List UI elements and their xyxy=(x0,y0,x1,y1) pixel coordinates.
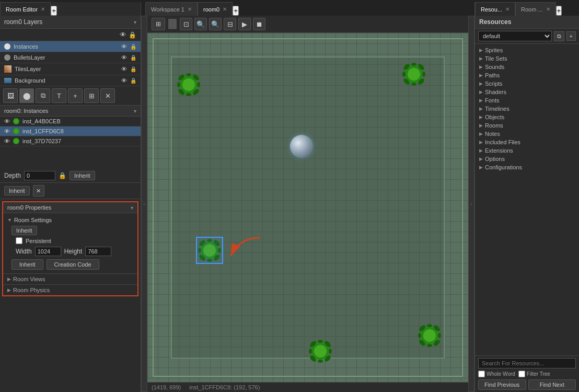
height-input[interactable] xyxy=(85,247,111,256)
background-eye-icon[interactable]: 👁 xyxy=(121,77,127,84)
find-next-button[interactable]: Find Next xyxy=(528,379,576,390)
tab-room0[interactable]: room0 ✕ xyxy=(198,2,233,16)
whole-word-checkbox[interactable] xyxy=(478,371,485,377)
resource-tilesets[interactable]: ▶ Tile Sets xyxy=(475,54,579,63)
room-physics-row[interactable]: ▶ Room Physics xyxy=(3,284,137,295)
tab-room-editor-close[interactable]: ✕ xyxy=(41,6,45,12)
tab-workspace1[interactable]: Workspace 1 ✕ xyxy=(145,2,198,16)
room-inherit2-button[interactable]: Inherit xyxy=(11,259,43,270)
tiles-eye-icon[interactable]: 👁 xyxy=(121,66,127,72)
resource-notes[interactable]: ▶ Notes xyxy=(475,130,579,138)
add-tiles-layer-button[interactable]: ⧉ xyxy=(36,88,50,103)
tiles-lock-icon[interactable]: 🔒 xyxy=(130,66,136,72)
resource-configurations[interactable]: ▶ Configurations xyxy=(475,163,579,171)
enemy-bottom-right[interactable] xyxy=(417,323,442,348)
player-ball[interactable] xyxy=(290,135,313,158)
width-input[interactable] xyxy=(35,247,61,256)
layer-item-bullets[interactable]: BulletsLayer 👁 🔒 xyxy=(0,52,141,63)
resource-rooms[interactable]: ▶ Rooms xyxy=(475,121,579,130)
layer-item-instances[interactable]: Instances 👁 🔒 xyxy=(0,41,141,52)
layer-item-tiles[interactable]: TilesLayer 👁 🔒 xyxy=(0,63,141,75)
instances-section-dropdown[interactable]: ▾ xyxy=(134,108,136,114)
props-dropdown[interactable]: ▾ xyxy=(131,205,133,211)
instance-item-0[interactable]: 👁 inst_A4B0CEB xyxy=(0,117,141,126)
tab-workspace1-close[interactable]: ✕ xyxy=(188,6,192,12)
copy-group-button[interactable]: ⧉ xyxy=(554,31,564,41)
resource-scripts[interactable]: ▶ Scripts xyxy=(475,79,579,88)
whole-word-option[interactable]: Whole Word xyxy=(478,371,515,377)
global-eye-icon[interactable]: 👁 xyxy=(120,31,126,39)
tab-room-editor[interactable]: Room Editor ✕ xyxy=(0,2,51,16)
instance-item-2[interactable]: 👁 inst_37D70237 xyxy=(0,136,141,146)
play-button[interactable]: ▶ xyxy=(238,18,251,30)
tab-resources-close[interactable]: ✕ xyxy=(505,6,509,12)
paths-arrow: ▶ xyxy=(479,73,483,78)
add-tab-left-button[interactable]: + xyxy=(51,6,57,16)
depth-input[interactable] xyxy=(24,171,55,180)
instance-1-eye[interactable]: 👁 xyxy=(4,128,10,134)
add-tab-right-button[interactable]: + xyxy=(556,6,562,16)
add-instances-layer-button[interactable]: ⬤ xyxy=(19,88,34,103)
enemy-top-right[interactable] xyxy=(401,62,426,87)
grid-view-button[interactable]: ⊞ xyxy=(152,18,165,30)
canvas-view[interactable] xyxy=(147,33,468,382)
inherit-depth-button[interactable]: Inherit xyxy=(70,171,95,180)
bullets-lock-icon[interactable]: 🔒 xyxy=(130,55,136,61)
global-lock-icon[interactable]: 🔒 xyxy=(129,31,136,39)
tab-room0-close[interactable]: ✕ xyxy=(223,6,227,12)
remove-button[interactable]: ✕ xyxy=(33,185,44,197)
resource-timelines[interactable]: ▶ Timelines xyxy=(475,105,579,113)
room-views-row[interactable]: ▶ Room Views xyxy=(3,273,137,284)
search-input[interactable] xyxy=(478,358,576,368)
zoom-in-button[interactable]: 🔍 xyxy=(194,18,207,30)
resource-sounds[interactable]: ▶ Sounds xyxy=(475,63,579,71)
inherit-button[interactable]: Inherit xyxy=(4,186,30,195)
find-previous-button[interactable]: Find Previous xyxy=(478,379,526,390)
resource-sprites[interactable]: ▶ Sprites xyxy=(475,46,579,54)
layers-dropdown-arrow[interactable]: ▾ xyxy=(134,19,136,25)
group-dropdown[interactable]: default xyxy=(478,31,552,41)
resource-extensions[interactable]: ▶ Extensions xyxy=(475,146,579,155)
filter-tree-option[interactable]: Filter Tree xyxy=(518,371,550,377)
resource-fonts[interactable]: ▶ Fonts xyxy=(475,96,579,105)
resource-paths[interactable]: ▶ Paths xyxy=(475,71,579,79)
layer-settings-button[interactable]: ⊞ xyxy=(84,88,99,103)
enemy-top-left[interactable] xyxy=(176,72,201,97)
instances-lock-icon[interactable]: 🔒 xyxy=(130,44,136,50)
enemy-bottom-center[interactable] xyxy=(308,339,333,364)
filter-tree-checkbox[interactable] xyxy=(518,371,525,377)
add-text-layer-button[interactable]: T xyxy=(52,88,66,103)
tab-room-properties[interactable]: Room ... ✕ xyxy=(515,2,556,16)
instance-0-eye[interactable]: 👁 xyxy=(4,118,10,124)
tab-room-editor-label: Room Editor xyxy=(6,6,38,13)
resource-included-files[interactable]: ▶ Included Files xyxy=(475,138,579,146)
zoom-reset-button[interactable]: ⊟ xyxy=(224,18,236,30)
instance-2-eye[interactable]: 👁 xyxy=(4,138,10,144)
props-room-settings-header[interactable]: ▼ Room Settings xyxy=(7,215,133,225)
resource-shaders[interactable]: ▶ Shaders xyxy=(475,88,579,96)
resource-options[interactable]: ▶ Options xyxy=(475,155,579,163)
instance-item-1[interactable]: 👁 inst_1CFFD6C8 xyxy=(0,126,141,136)
lock-depth-icon[interactable]: 🔒 xyxy=(59,172,66,179)
add-group-button[interactable]: + xyxy=(566,31,576,41)
collapse-left-arrow[interactable]: ‹ xyxy=(141,16,147,392)
resource-objects[interactable]: ▶ Objects xyxy=(475,113,579,121)
add-image-layer-button[interactable]: 🖼 xyxy=(3,88,18,103)
tab-room-properties-close[interactable]: ✕ xyxy=(546,6,550,12)
delete-layer-button[interactable]: ✕ xyxy=(100,88,115,103)
bullets-eye-icon[interactable]: 👁 xyxy=(121,54,127,61)
tab-resources[interactable]: Resou... ✕ xyxy=(475,2,515,16)
zoom-out-button[interactable]: 🔍 xyxy=(209,18,222,30)
background-lock-icon[interactable]: 🔒 xyxy=(130,78,136,84)
collapse-right-arrow[interactable]: › xyxy=(468,16,474,392)
instances-eye-icon[interactable]: 👁 xyxy=(121,43,127,50)
creation-code-button[interactable]: Creation Code xyxy=(47,259,99,270)
add-tab-center-button[interactable]: + xyxy=(233,6,239,16)
persistent-checkbox[interactable] xyxy=(16,237,22,244)
zoom-fit-button[interactable]: ⊡ xyxy=(180,18,192,30)
stop-button[interactable]: ⏹ xyxy=(253,18,265,30)
room-settings-inherit-button[interactable]: Inherit xyxy=(11,226,37,235)
selected-enemy-container[interactable] xyxy=(197,238,222,264)
layer-item-background[interactable]: Background 👁 🔒 xyxy=(0,75,141,86)
add-layer-button[interactable]: + xyxy=(68,88,83,103)
